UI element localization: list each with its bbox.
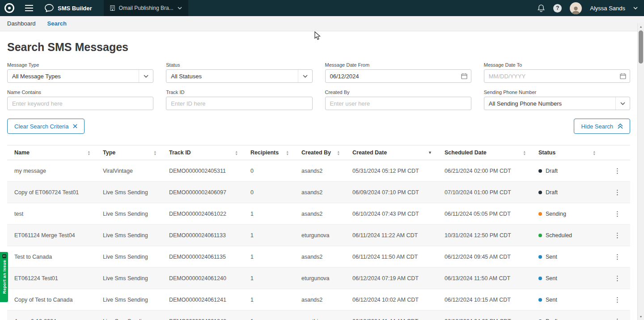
cell-track-id: DEMO0000024061242 xyxy=(162,311,243,320)
cell-created-date: 06/11/2024 11:50 AM CDT xyxy=(345,246,437,268)
column-header-created-date[interactable]: Created Date▼ xyxy=(345,145,437,160)
row-actions-button[interactable]: ⋮ xyxy=(610,209,624,219)
chevron-down-icon[interactable] xyxy=(633,7,638,9)
main-content: Search SMS Messages Message Type All Mes… xyxy=(7,41,630,320)
secondary-nav: Dashboard Search xyxy=(0,16,644,31)
top-navbar: SMS Builder Omail Publishing Bra... ? Al… xyxy=(0,0,644,16)
user-avatar[interactable] xyxy=(570,2,582,14)
status-dot-icon xyxy=(538,277,542,280)
date-to-input[interactable] xyxy=(484,70,616,82)
status-select[interactable]: All Statuses xyxy=(166,69,312,83)
sending-phone-select[interactable]: All Sending Phone Numbers xyxy=(484,97,630,110)
calendar-icon[interactable] xyxy=(616,70,630,82)
org-selector-dropdown[interactable]: Omail Publishing Bra... xyxy=(104,0,188,16)
sending-phone-label: Sending Phone Number xyxy=(484,90,630,95)
help-icon[interactable]: ? xyxy=(553,4,562,13)
message-type-select[interactable]: All Message Types xyxy=(7,69,153,83)
row-actions-button[interactable]: ⋮ xyxy=(610,252,624,262)
filter-date-to: Message Date To xyxy=(484,62,630,83)
column-header-actions xyxy=(601,145,630,160)
row-actions-button[interactable]: ⋮ xyxy=(610,294,624,305)
cell-created-date: 06/11/2024 11:22 AM CDT xyxy=(345,225,437,246)
cell-type: ViralVintage xyxy=(96,160,162,182)
search-filters: Message Type All Message Types Status Al… xyxy=(7,62,630,110)
row-actions-button[interactable]: ⋮ xyxy=(610,316,624,320)
name-contains-input[interactable] xyxy=(8,97,153,110)
cell-status: Sent xyxy=(531,289,601,311)
message-type-value: All Message Types xyxy=(8,73,139,80)
name-contains-label: Name Contains xyxy=(7,90,153,95)
cell-actions: ⋮ xyxy=(601,203,630,225)
column-header-scheduled-date[interactable]: Scheduled Date▲▼ xyxy=(437,145,531,160)
status-dot-icon xyxy=(538,191,542,194)
page-scrollbar[interactable]: ▲ ▼ xyxy=(637,23,644,320)
scroll-down-icon[interactable]: ▼ xyxy=(638,313,644,320)
cell-scheduled-date: 06/21/2024 02:00 PM CDT xyxy=(437,160,531,182)
created-by-input[interactable] xyxy=(326,97,471,110)
cell-recipients: 1 xyxy=(243,225,294,246)
column-header-status[interactable]: Status▲▼ xyxy=(531,145,601,160)
chevron-down-icon[interactable] xyxy=(615,97,630,110)
chevron-down-icon[interactable] xyxy=(139,70,153,82)
filter-status: Status All Statuses xyxy=(166,62,312,83)
user-name[interactable]: Alyssa Sands xyxy=(590,5,625,12)
notifications-bell-icon[interactable] xyxy=(537,4,545,13)
table-row: testLive Sms SendingDEMO00000240610221as… xyxy=(7,203,630,225)
track-id-input[interactable] xyxy=(166,97,312,110)
table-row: Test to CanadaLive Sms SendingDEMO000002… xyxy=(7,246,630,268)
building-icon xyxy=(110,5,115,11)
clear-search-label: Clear Search Criteria xyxy=(14,123,68,130)
filter-date-from: Message Date From xyxy=(325,62,471,83)
cell-track-id: DEMO0000024061241 xyxy=(162,289,243,311)
column-header-recipients[interactable]: Recipients▲▼ xyxy=(243,145,294,160)
column-header-name[interactable]: Name▲▼ xyxy=(7,145,96,160)
column-header-type[interactable]: Type▲▼ xyxy=(96,145,162,160)
column-label: Status xyxy=(538,149,555,156)
cell-status: Sent xyxy=(531,246,601,268)
row-actions-button[interactable]: ⋮ xyxy=(610,187,624,197)
sort-both-icon: ▲▼ xyxy=(337,150,340,155)
calendar-icon[interactable] xyxy=(458,70,471,82)
cell-actions: ⋮ xyxy=(601,311,630,320)
sort-both-icon: ▲▼ xyxy=(235,150,238,155)
cell-created-date: 05/31/2024 05:12 PM CDT xyxy=(345,160,437,182)
table-row: ET061124 Merge Test04Live Sms SendingDEM… xyxy=(7,225,630,246)
clear-search-button[interactable]: Clear Search Criteria xyxy=(7,119,85,134)
cell-type: Live Sms Sending xyxy=(96,268,162,289)
scrollbar-thumb[interactable] xyxy=(639,30,643,64)
cell-created-date: 06/09/2024 07:10 PM CDT xyxy=(345,182,437,203)
chevron-down-icon[interactable] xyxy=(298,70,312,82)
cell-created-by: amathias xyxy=(294,311,345,320)
message-type-label: Message Type xyxy=(7,62,153,68)
date-to-label: Message Date To xyxy=(484,62,630,68)
table-row: Copy of ET060724 Test01Live Sms SendingD… xyxy=(7,182,630,203)
column-label: Recipients xyxy=(250,149,279,156)
row-actions-button[interactable]: ⋮ xyxy=(610,166,624,176)
column-header-created-by[interactable]: Created By▲▼ xyxy=(294,145,345,160)
brand-title: SMS Builder xyxy=(58,5,92,12)
status-label: Sent xyxy=(546,254,557,260)
report-issue-ribbon[interactable]: Report an Issue xyxy=(0,252,8,302)
close-icon xyxy=(73,124,77,128)
nav-dashboard[interactable]: Dashboard xyxy=(7,20,36,27)
cell-recipients: 1 xyxy=(243,203,294,225)
cell-actions: ⋮ xyxy=(601,182,630,203)
page-title: Search SMS Messages xyxy=(7,41,630,54)
row-actions-button[interactable]: ⋮ xyxy=(610,230,624,240)
cell-type: Live Sms Sending xyxy=(96,225,162,246)
scroll-up-icon[interactable]: ▲ xyxy=(638,23,644,30)
status-dot-icon xyxy=(538,169,542,173)
app-logo-icon[interactable] xyxy=(4,3,14,13)
sort-both-icon: ▲▼ xyxy=(286,150,289,155)
status-dot-icon xyxy=(538,212,542,216)
brand-home-link[interactable]: SMS Builder xyxy=(45,4,92,12)
column-header-track-id[interactable]: Track ID▲▼ xyxy=(162,145,243,160)
name-contains-control xyxy=(7,97,153,110)
nav-search[interactable]: Search xyxy=(47,20,67,27)
cell-recipients: 0 xyxy=(243,160,294,182)
date-from-input[interactable] xyxy=(326,70,458,82)
menu-icon[interactable] xyxy=(25,5,33,11)
hide-search-button[interactable]: Hide Search xyxy=(574,119,630,134)
row-actions-button[interactable]: ⋮ xyxy=(610,273,624,283)
cell-scheduled-date: 06/12/2024 09:45 AM CDT xyxy=(437,246,531,268)
